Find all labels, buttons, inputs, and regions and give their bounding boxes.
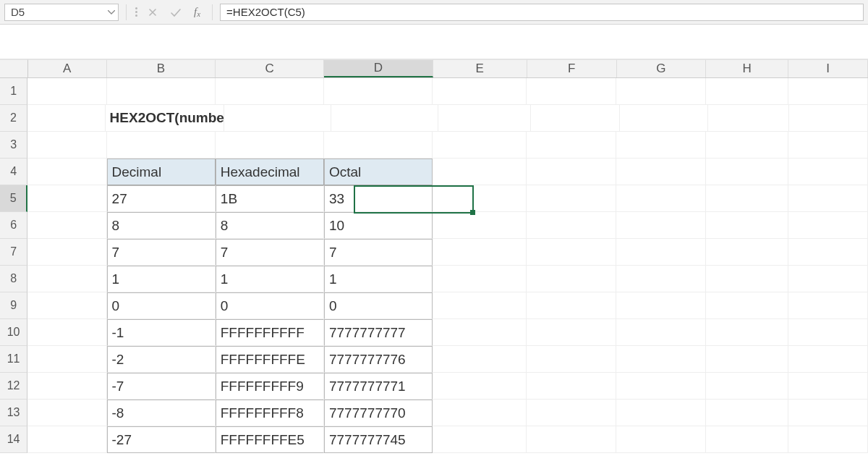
cell[interactable] [706, 185, 788, 212]
cell[interactable] [27, 426, 106, 453]
cell[interactable] [788, 266, 868, 292]
cell[interactable] [788, 426, 868, 453]
cell[interactable] [27, 266, 106, 292]
cell[interactable] [527, 400, 616, 426]
cell[interactable] [531, 105, 619, 132]
table-cell[interactable]: 1B [216, 185, 324, 212]
cell[interactable] [706, 266, 788, 292]
cell[interactable] [27, 319, 106, 346]
cell[interactable] [27, 373, 106, 400]
active-cell[interactable]: 33 [324, 185, 433, 212]
cell[interactable] [616, 185, 706, 212]
table-cell[interactable]: FFFFFFFFFF [216, 319, 324, 346]
row-header[interactable]: 10 [0, 319, 27, 346]
cell[interactable] [27, 239, 106, 266]
cell[interactable] [788, 212, 868, 239]
cell[interactable] [27, 185, 106, 212]
cell[interactable] [527, 373, 616, 400]
row-header[interactable]: 9 [0, 292, 27, 319]
cell[interactable] [216, 132, 324, 159]
table-cell[interactable]: 7 [107, 239, 216, 266]
cell[interactable] [107, 132, 216, 159]
cell[interactable] [27, 159, 106, 185]
table-cell[interactable]: FFFFFFFFE5 [216, 426, 324, 453]
row-header[interactable]: 7 [0, 239, 27, 266]
cell[interactable] [706, 78, 788, 105]
table-cell[interactable]: 7 [324, 239, 433, 266]
title-cell[interactable]: HEX2OCT(number, [places]) [106, 105, 224, 132]
cell[interactable] [433, 373, 527, 400]
table-cell[interactable]: 27 [107, 185, 216, 212]
cell[interactable] [433, 266, 527, 292]
cell[interactable] [433, 78, 527, 105]
cell[interactable] [27, 105, 106, 132]
table-cell[interactable]: 7777777770 [324, 400, 433, 426]
row-header[interactable]: 13 [0, 400, 27, 426]
cell[interactable] [616, 239, 706, 266]
cell[interactable] [216, 78, 324, 105]
table-cell[interactable]: FFFFFFFFF9 [216, 373, 324, 400]
table-cell[interactable]: 7777777771 [324, 373, 433, 400]
cell[interactable] [616, 159, 706, 185]
cell[interactable] [527, 266, 616, 292]
cell[interactable] [616, 400, 706, 426]
cell[interactable] [438, 105, 531, 132]
cell[interactable] [107, 78, 216, 105]
cell[interactable] [527, 212, 616, 239]
cell[interactable] [616, 426, 706, 453]
cell[interactable] [27, 132, 106, 159]
cell[interactable] [433, 319, 527, 346]
cell[interactable] [706, 239, 788, 266]
table-cell[interactable]: 1 [324, 266, 433, 292]
cell[interactable] [788, 239, 868, 266]
cell[interactable] [433, 159, 527, 185]
table-cell[interactable]: -2 [107, 346, 216, 373]
cell[interactable] [788, 319, 868, 346]
cell[interactable] [527, 292, 616, 319]
cell[interactable] [706, 159, 788, 185]
table-cell[interactable]: 10 [324, 212, 433, 239]
table-header-decimal[interactable]: Decimal [107, 159, 216, 185]
col-header-B[interactable]: B [107, 59, 216, 77]
row-header[interactable]: 1 [0, 78, 27, 105]
cell[interactable] [616, 319, 706, 346]
cell[interactable] [788, 400, 868, 426]
cell[interactable] [433, 426, 527, 453]
table-cell[interactable]: 7777777745 [324, 426, 433, 453]
table-header-hex[interactable]: Hexadecimal [216, 159, 324, 185]
table-cell[interactable]: 1 [216, 266, 324, 292]
select-all-corner[interactable] [0, 59, 28, 77]
row-header[interactable]: 6 [0, 212, 27, 239]
col-header-D[interactable]: D [324, 59, 433, 77]
cell[interactable] [706, 212, 788, 239]
col-header-E[interactable]: E [433, 59, 527, 77]
cell[interactable] [433, 185, 527, 212]
cell[interactable] [527, 319, 616, 346]
table-cell[interactable]: -7 [107, 373, 216, 400]
fx-icon[interactable]: fx [190, 6, 205, 18]
row-header[interactable]: 11 [0, 346, 27, 373]
cell[interactable] [324, 132, 433, 159]
table-cell[interactable]: 7777777777 [324, 319, 433, 346]
cell[interactable] [706, 346, 788, 373]
row-header[interactable]: 8 [0, 266, 27, 292]
cell[interactable] [706, 426, 788, 453]
table-cell[interactable]: 7777777776 [324, 346, 433, 373]
cell[interactable] [788, 78, 868, 105]
col-header-G[interactable]: G [617, 59, 707, 77]
cell[interactable] [324, 78, 433, 105]
col-header-F[interactable]: F [527, 59, 617, 77]
cell[interactable] [616, 292, 706, 319]
cell[interactable] [433, 132, 527, 159]
table-cell[interactable]: -27 [107, 426, 216, 453]
cell[interactable] [788, 159, 868, 185]
cell[interactable] [616, 266, 706, 292]
col-header-H[interactable]: H [706, 59, 788, 77]
cell[interactable] [27, 78, 106, 105]
cell[interactable] [789, 105, 868, 132]
cell[interactable] [527, 239, 616, 266]
col-header-A[interactable]: A [28, 59, 107, 77]
cell[interactable] [788, 132, 868, 159]
table-cell[interactable]: -1 [107, 319, 216, 346]
dropdown-icon[interactable] [108, 10, 115, 14]
